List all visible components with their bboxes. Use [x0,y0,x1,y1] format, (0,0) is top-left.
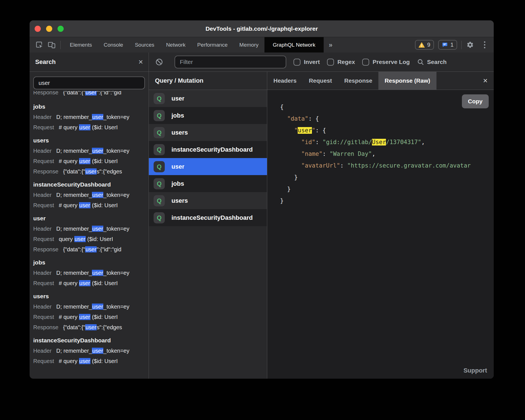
search-result-group-title[interactable]: instanceSecurityDashboard [33,335,145,346]
search-button[interactable]: Search [417,58,447,66]
search-result-row[interactable]: Requestquery user ($id: UserI [33,234,145,244]
device-toolbar-icon[interactable] [47,41,56,49]
search-result-row[interactable]: Request# query user ($id: UserI [33,122,145,133]
query-list-item-label: instanceSecurityDashboard [171,146,253,153]
search-result-group-title[interactable]: users [33,291,145,302]
copy-button[interactable]: Copy [462,94,489,108]
tab-network[interactable]: Network [160,37,192,52]
result-text: ($id: UserI [90,124,118,130]
json-line: } [280,195,494,207]
search-result-row[interactable]: Request# query user ($id: UserI [33,200,145,211]
detail-tab-response[interactable]: Response [338,72,378,90]
inspect-element-icon[interactable] [35,41,44,49]
json-token: "avatarUrl" [301,162,340,169]
search-result-row[interactable]: Request# query user ($id: UserI [33,156,145,166]
tab-console[interactable]: Console [98,37,129,52]
query-list-item[interactable]: Qjobs [149,175,267,192]
response-raw-view: Copy { "data": { "user": { "id": "gid://… [267,90,494,379]
query-list-item[interactable]: Quser [149,90,267,107]
toolbar-right: 9 1 [415,40,494,50]
query-mutation-list: QuserQjobsQusersQinstanceSecurityDashboa… [149,90,267,379]
search-result-group-title[interactable]: instanceSecurityDashboard [33,179,145,190]
query-list-item[interactable]: QinstanceSecurityDashboard [149,141,267,158]
query-list-item-selected[interactable]: Quser [149,158,267,175]
preserve-log-checkbox[interactable] [362,59,369,66]
query-list-item[interactable]: Qusers [149,124,267,141]
query-mutation-header: Query / Mutation [149,72,267,90]
minimize-window-button[interactable] [46,26,52,32]
query-type-badge: Q [154,161,165,172]
close-search-panel-icon[interactable]: × [139,58,143,66]
result-match-highlight: user [92,114,103,120]
filter-input[interactable] [175,56,286,68]
query-list-item[interactable]: Qusers [149,192,267,209]
titlebar: DevTools - gitlab.com/-/graphql-explorer [30,20,494,37]
block-clear-icon[interactable] [155,58,163,66]
kebab-menu-icon[interactable] [482,41,487,48]
regex-checkbox[interactable] [327,59,334,66]
search-result-row[interactable]: HeaderD; remember_user_token=ey [33,302,145,312]
close-detail-icon[interactable]: × [483,77,494,85]
search-result-row[interactable]: Response{"data":{"user":{"id":"gid [33,91,145,98]
support-link[interactable]: Support [464,367,487,374]
json-token: : [323,151,330,157]
search-result-row[interactable]: HeaderD; remember_user_token=ey [33,268,145,278]
invert-checkbox[interactable] [293,59,300,66]
search-result-row[interactable]: Response{"data":{"users":{"edges [33,322,145,333]
tab-memory[interactable]: Memory [233,37,264,52]
search-result-group-title[interactable]: users [33,135,145,146]
tab-elements[interactable]: Elements [64,37,98,52]
search-result-row[interactable]: HeaderD; remember_user_token=ey [33,190,145,200]
search-input[interactable] [33,77,145,89]
result-text: s":{"edges [97,168,122,175]
tab-sources[interactable]: Sources [129,37,160,52]
search-result-group-title[interactable]: jobs [33,257,145,268]
result-text: ($id: UserI [90,202,118,208]
search-result-row[interactable]: HeaderD; remember_user_token=ey [33,112,145,122]
json-token: " [294,127,298,134]
tab-performance[interactable]: Performance [191,37,233,52]
warnings-badge[interactable]: 9 [415,40,434,50]
search-result-group: instanceSecurityDashboardHeaderD; rememb… [33,335,145,366]
query-list-item-label: jobs [171,180,184,187]
zoom-window-button[interactable] [58,26,64,32]
result-row-label: Header [33,270,52,276]
result-match-highlight: user [85,168,97,175]
result-text: _token=ey [103,114,129,120]
json-line: } [280,183,494,195]
preserve-log-label: Preserve Log [373,59,410,65]
result-row-label: Header [33,348,52,354]
result-text: {"data":{" [63,168,85,175]
detail-tab-request[interactable]: Request [303,72,338,90]
query-list-item[interactable]: Qjobs [149,107,267,124]
result-text: ($id: UserI [86,236,113,242]
search-result-group-title[interactable]: user [33,213,145,224]
result-row-label: Request [33,280,54,286]
tab-graphql-network[interactable]: GraphQL Network [264,37,324,52]
warnings-count: 9 [427,42,430,48]
result-match-highlight: user [74,236,86,242]
close-window-button[interactable] [35,26,41,32]
search-result-row[interactable]: Response{"data":{"users":{"edges [33,166,145,177]
result-match-highlight: user [85,246,97,252]
detail-tab-headers[interactable]: Headers [267,72,303,90]
search-result-row[interactable]: HeaderD; remember_user_token=ey [33,224,145,234]
search-result-row[interactable]: Response{"data":{"user":{"id":"gid [33,244,145,255]
search-result-row[interactable]: Request# query user ($id: UserI [33,356,145,366]
search-result-row[interactable]: Request# query user ($id: UserI [33,278,145,288]
search-result-group-title[interactable]: jobs [33,101,145,112]
more-tabs-chevron[interactable]: » [324,41,337,49]
result-text: _token=ey [103,226,129,232]
search-result-row[interactable]: HeaderD; remember_user_token=ey [33,146,145,156]
filter-bar: Invert Regex Preserve Log Search [149,52,494,72]
json-token [280,151,301,157]
json-line: } [280,171,494,183]
gear-icon[interactable] [466,41,474,49]
query-list-item[interactable]: QinstanceSecurityDashboard [149,209,267,226]
search-result-row[interactable]: Request# query user ($id: UserI [33,312,145,322]
search-result-row[interactable]: HeaderD; remember_user_token=ey [33,346,145,356]
detail-tab-response-raw[interactable]: Response (Raw) [378,72,436,90]
search-result-group: instanceSecurityDashboardHeaderD; rememb… [33,179,145,211]
result-match-highlight: user [79,124,90,130]
issues-badge[interactable]: 1 [438,40,457,50]
